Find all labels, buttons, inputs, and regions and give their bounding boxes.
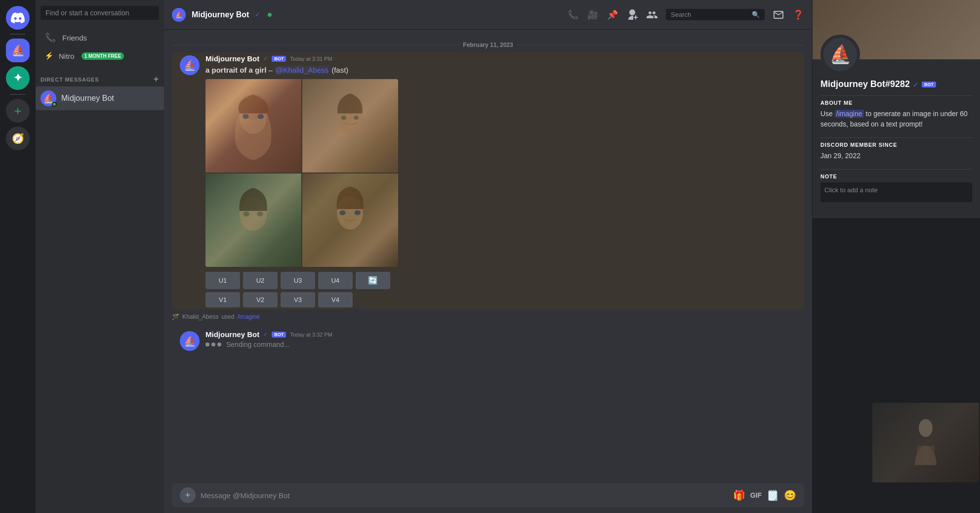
nitro-icon: ⚡ — [44, 51, 54, 60]
voice-call-button[interactable]: 📞 — [567, 9, 579, 21]
note-title: NOTE — [820, 173, 972, 179]
portrait-image-4[interactable] — [302, 173, 398, 267]
explore-servers-button[interactable]: 🧭 — [6, 127, 30, 150]
svg-point-8 — [244, 212, 250, 216]
face-overlay-3 — [205, 173, 301, 267]
svg-point-2 — [243, 114, 249, 119]
portrait-image-3[interactable] — [205, 173, 301, 267]
typing-dot-1 — [205, 342, 209, 346]
v4-button[interactable]: V4 — [318, 292, 353, 307]
sidebar-nav: 📞 Friends ⚡ Nitro 1 MONTH FREE — [36, 26, 164, 66]
image-grid[interactable] — [205, 79, 398, 267]
inbox-button[interactable] — [773, 9, 784, 21]
search-icon: 🔍 — [752, 11, 760, 18]
pin-button[interactable]: 📌 — [607, 9, 618, 21]
imagine-highlight: /imagine — [835, 110, 864, 118]
help-button[interactable]: ❓ — [792, 9, 804, 21]
message-content-1: Midjourney Bot ✓ BOT Today at 3:31 PM a … — [205, 54, 796, 307]
members-list-button[interactable] — [646, 9, 658, 21]
portrait-image-1[interactable] — [205, 79, 301, 172]
profile-divider-1 — [820, 95, 972, 96]
attachment-button[interactable]: + — [180, 487, 196, 503]
video-call-button[interactable]: 🎥 — [587, 9, 599, 21]
message-header-1: Midjourney Bot ✓ BOT Today at 3:31 PM — [205, 54, 796, 63]
chat-area: February 11, 2023 ⛵ Midjourney Bot ✓ BOT… — [164, 30, 812, 477]
v3-button[interactable]: V3 — [281, 292, 315, 307]
video-overlay — [871, 402, 980, 483]
sidebar-item-nitro[interactable]: ⚡ Nitro 1 MONTH FREE — [40, 47, 160, 64]
profile-divider-2 — [820, 137, 972, 138]
note-input[interactable]: Click to add a note — [820, 182, 972, 202]
discord-home-button[interactable] — [6, 6, 30, 30]
typing-indicator: Sending command... — [205, 341, 796, 348]
server-icon-openai[interactable]: ✦ — [6, 66, 30, 90]
message-time-2: Today at 3:32 PM — [290, 332, 332, 338]
member-since-title: DISCORD MEMBER SINCE — [820, 142, 972, 148]
v2-button[interactable]: V2 — [243, 292, 278, 307]
message-1: ⛵ Midjourney Bot ✓ BOT Today at 3:31 PM … — [172, 52, 804, 309]
header-actions: 📞 🎥 📌 Search 🔍 ❓ — [567, 9, 804, 21]
message-avatar-2: ⛵ — [180, 331, 200, 351]
profile-divider-3 — [820, 169, 972, 170]
dm-item-midjourney-bot[interactable]: ⛵ Midjourney Bot — [36, 86, 164, 110]
profile-avatar: ⛵ — [820, 35, 860, 74]
v1-button[interactable]: V1 — [205, 292, 240, 307]
svg-rect-14 — [917, 445, 923, 463]
typing-dot-3 — [217, 342, 221, 346]
sidebar-search-container — [36, 0, 164, 26]
typing-dot-2 — [211, 342, 215, 346]
channel-header: ⛵ Midjourney Bot ✓ 📞 🎥 📌 Search 🔍 — [164, 0, 812, 30]
u3-button[interactable]: U3 — [281, 272, 315, 289]
command-action-text: used — [221, 313, 234, 320]
find-conversation-input[interactable] — [41, 6, 159, 20]
action-buttons: U1 U2 U3 U4 🔄 V1 V2 V3 V4 — [205, 272, 796, 307]
message-avatar-1: ⛵ — [180, 55, 200, 75]
message-text-bold-1: a portrait of a girl — [205, 66, 266, 74]
profile-avatar-container: ⛵ — [820, 35, 860, 74]
message-content-2: Midjourney Bot ✓ BOT Today at 3:32 PM Se… — [205, 330, 796, 351]
message-verified-icon-1: ✓ — [263, 55, 268, 62]
sidebar: 📞 Friends ⚡ Nitro 1 MONTH FREE DIRECT ME… — [36, 0, 164, 513]
refresh-button[interactable]: 🔄 — [356, 272, 390, 289]
emoji-gif-button[interactable]: 🎁 — [733, 489, 745, 501]
message-mention-1[interactable]: @Khalid_Abess — [275, 66, 329, 74]
svg-point-3 — [258, 114, 264, 119]
message-2: ⛵ Midjourney Bot ✓ BOT Today at 3:32 PM … — [172, 324, 804, 357]
search-bar[interactable]: Search 🔍 — [666, 9, 765, 20]
icon-bar-divider — [10, 34, 26, 35]
svg-point-13 — [919, 419, 933, 437]
add-server-button[interactable]: + — [6, 99, 30, 123]
u1-button[interactable]: U1 — [205, 272, 240, 289]
server-icon-sailboat[interactable]: ⛵ — [6, 39, 30, 62]
gif-button[interactable]: GIF — [750, 491, 762, 499]
command-name[interactable]: /imagine — [237, 313, 259, 320]
nitro-badge: 1 MONTH FREE — [82, 52, 124, 60]
message-author-1: Midjourney Bot — [205, 54, 259, 63]
u2-button[interactable]: U2 — [243, 272, 278, 289]
profile-name: Midjourney Bot#9282 — [820, 79, 910, 89]
date-divider-text: February 11, 2023 — [463, 42, 513, 48]
svg-point-11 — [340, 210, 346, 215]
emoji-button[interactable]: 😊 — [784, 489, 796, 501]
about-me-section: ABOUT ME Use /imagine to generate an ima… — [820, 100, 972, 129]
svg-rect-15 — [929, 445, 935, 463]
message-input[interactable] — [201, 491, 728, 500]
about-me-text: Use /imagine to generate an image in und… — [820, 109, 972, 129]
add-member-button[interactable] — [626, 9, 638, 21]
right-panel: ⛵ Midjourney Bot#9282 ✓ BOT ABOUT ME Use… — [812, 0, 980, 218]
face-overlay-1 — [205, 79, 301, 172]
sticker-button[interactable]: 🗒️ — [767, 489, 779, 501]
portrait-image-2[interactable] — [302, 79, 398, 172]
used-command-row: 🪄 Khalid_Abess used /imagine — [164, 309, 812, 320]
upscale-button-row: U1 U2 U3 U4 🔄 — [205, 272, 796, 289]
phone-icon: 📞 — [44, 32, 56, 43]
member-since-section: DISCORD MEMBER SINCE Jan 29, 2022 — [820, 142, 972, 161]
note-placeholder: Click to add a note — [824, 186, 878, 194]
main-content: ⛵ Midjourney Bot ✓ 📞 🎥 📌 Search 🔍 — [164, 0, 812, 513]
channel-name: Midjourney Bot — [192, 10, 249, 19]
verified-check-icon: ✓ — [255, 11, 260, 18]
u4-button[interactable]: U4 — [318, 272, 353, 289]
sidebar-item-friends[interactable]: 📞 Friends — [40, 28, 160, 47]
new-dm-button[interactable]: + — [154, 74, 159, 85]
message-input-container: + 🎁 GIF 🗒️ 😊 — [172, 483, 804, 507]
